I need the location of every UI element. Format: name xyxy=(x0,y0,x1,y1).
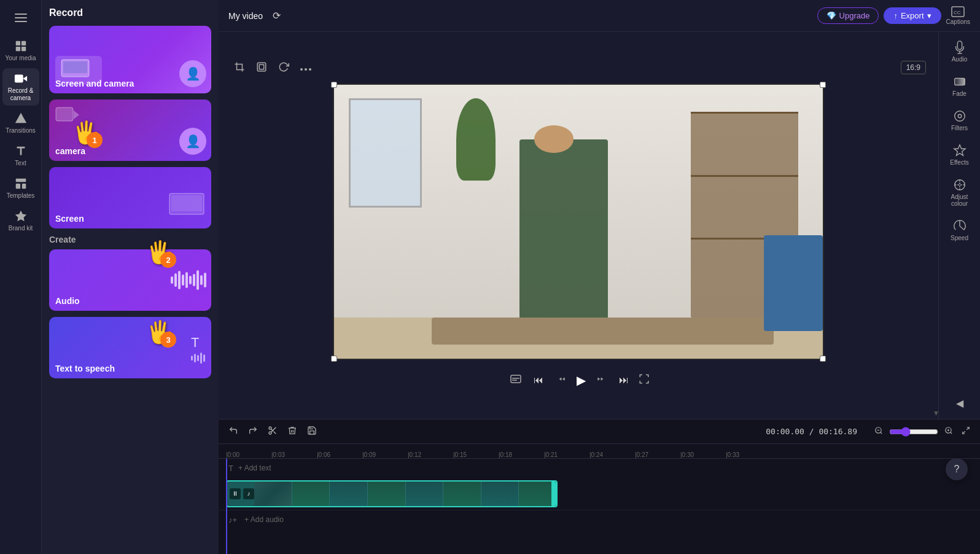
ruler-mark-8: |0:24 xyxy=(589,451,635,458)
sidebar-item-templates[interactable]: Templates xyxy=(2,173,39,203)
expand-timeline-button[interactable] xyxy=(959,424,973,439)
subtitle-button[interactable] xyxy=(508,372,524,388)
audio-card[interactable]: Audio xyxy=(49,249,211,311)
svg-rect-15 xyxy=(171,195,202,211)
audio-track-row[interactable]: ♪+ + Add audio xyxy=(219,510,980,529)
hamburger-menu[interactable] xyxy=(9,5,33,31)
grid-icon xyxy=(14,39,28,53)
svg-rect-0 xyxy=(15,41,20,45)
audio-label: Audio xyxy=(55,296,80,306)
rpanel-audio-label: Audio xyxy=(952,56,968,63)
handle-bottom-right[interactable] xyxy=(820,356,826,362)
playhead[interactable] xyxy=(226,459,227,554)
crop-button[interactable] xyxy=(231,58,248,77)
undo-icon xyxy=(228,426,238,435)
svg-rect-9 xyxy=(21,184,25,189)
svg-text:CC: CC xyxy=(954,10,961,15)
fullscreen-button[interactable] xyxy=(639,373,650,386)
ruler-mark-7: |0:21 xyxy=(544,451,589,458)
subtitle-icon xyxy=(510,375,521,383)
svg-point-21 xyxy=(300,68,303,71)
tts-card[interactable]: T Text to speech xyxy=(49,317,211,378)
rpanel-fade[interactable]: Fade xyxy=(941,71,978,101)
skip-forward-button[interactable]: ⏭ xyxy=(616,372,631,388)
help-button[interactable]: ? xyxy=(946,458,968,480)
track-right-handle[interactable] xyxy=(551,482,556,506)
screen-and-camera-label: Screen and camera xyxy=(55,79,134,88)
rpanel-speed[interactable]: Speed xyxy=(941,216,978,245)
record-panel-title: Record xyxy=(49,7,211,18)
camera-icon xyxy=(14,72,28,85)
captions-button[interactable]: CC Captions xyxy=(946,6,970,25)
rpanel-adjust-colour[interactable]: Adjust colour xyxy=(941,174,978,211)
sidebar-item-brand-kit[interactable]: Brand kit xyxy=(2,206,39,236)
sidebar-item-text[interactable]: Text xyxy=(2,141,39,171)
video-viewport: 16:9 xyxy=(219,32,938,419)
sidebar-item-transitions[interactable]: Transitions xyxy=(2,108,39,138)
delete-button[interactable] xyxy=(285,423,300,440)
sync-button[interactable]: ⟳ xyxy=(270,7,283,24)
fit-button[interactable] xyxy=(253,58,270,77)
rpanel-fade-label: Fade xyxy=(952,90,966,97)
forward-button[interactable] xyxy=(593,371,609,389)
sidebar-item-record[interactable]: Record &camera xyxy=(2,68,39,106)
skip-back-button[interactable]: ⏮ xyxy=(531,372,546,388)
rpanel-expand[interactable]: ◀ xyxy=(951,392,968,414)
templates-icon xyxy=(14,177,28,190)
export-button[interactable]: ↑ Export ▾ xyxy=(884,7,941,24)
delete-icon xyxy=(287,426,297,435)
track-pause-button[interactable]: ⏸ xyxy=(230,488,241,499)
rotate-button[interactable] xyxy=(275,58,292,77)
svg-rect-2 xyxy=(15,47,20,51)
save-button[interactable] xyxy=(305,423,319,440)
sidebar-label-text: Text xyxy=(15,160,26,167)
diamond-icon: 💎 xyxy=(826,11,836,20)
ruler-mark-2: |0:06 xyxy=(317,451,362,458)
zoom-slider[interactable] xyxy=(889,427,938,437)
rpanel-audio[interactable]: Audio xyxy=(941,37,978,66)
undo-button[interactable] xyxy=(226,423,241,440)
sidebar-item-your-media[interactable]: Your media xyxy=(2,36,39,66)
camera-preview-icon xyxy=(55,106,80,124)
screen-icon xyxy=(168,192,205,217)
handle-top-left[interactable] xyxy=(331,82,337,88)
effects-panel-icon xyxy=(953,144,966,157)
video-track-strip[interactable]: ⏸ ♪ xyxy=(226,480,558,507)
sidebar-label-your-media: Your media xyxy=(5,55,36,62)
sidebar-label-record: Record &camera xyxy=(8,87,34,102)
screen-card[interactable]: Screen xyxy=(49,167,211,228)
handle-bottom-left[interactable] xyxy=(331,356,337,362)
svg-rect-18 xyxy=(237,64,243,69)
zoom-out-button[interactable] xyxy=(872,424,885,439)
svg-rect-8 xyxy=(15,184,20,189)
play-button[interactable]: ▶ xyxy=(577,373,586,388)
svg-rect-5 xyxy=(14,75,23,83)
rewind-icon xyxy=(556,373,567,384)
rewind-button[interactable] xyxy=(553,371,569,389)
svg-rect-7 xyxy=(15,179,26,182)
ruler-mark-11: |0:33 xyxy=(726,451,771,458)
cut-button[interactable] xyxy=(265,423,280,440)
video-toolbar: 16:9 xyxy=(231,58,926,84)
screen-and-camera-card[interactable]: 👤 Screen and camera xyxy=(49,26,211,93)
timeline-collapse-button[interactable]: ▾ xyxy=(934,408,938,418)
camera-label: camera xyxy=(55,146,85,156)
svg-rect-3 xyxy=(21,47,25,51)
rpanel-filters[interactable]: Filters xyxy=(941,106,978,135)
redo-button[interactable] xyxy=(246,423,260,440)
add-text-row[interactable]: T + Add text xyxy=(219,459,980,477)
sidebar: Your media Record &camera Transitions Te… xyxy=(0,0,42,554)
top-bar: My video ⟳ 💎 Upgrade ↑ Export ▾ CC xyxy=(219,0,980,32)
video-controls: ⏮ ▶ ⏭ xyxy=(498,367,659,393)
track-audio-button[interactable]: ♪ xyxy=(243,488,254,499)
camera-card[interactable]: 👤 camera xyxy=(49,99,211,161)
fit-icon xyxy=(256,61,267,72)
rpanel-effects[interactable]: Effects xyxy=(941,140,978,170)
sidebar-label-templates: Templates xyxy=(7,192,35,200)
upgrade-button[interactable]: 💎 Upgrade xyxy=(817,7,879,24)
zoom-in-button[interactable] xyxy=(942,424,955,439)
more-options-button[interactable] xyxy=(297,60,314,76)
screen-label: Screen xyxy=(55,214,84,224)
handle-top-right[interactable] xyxy=(820,82,826,88)
audio-panel-icon xyxy=(953,41,966,54)
